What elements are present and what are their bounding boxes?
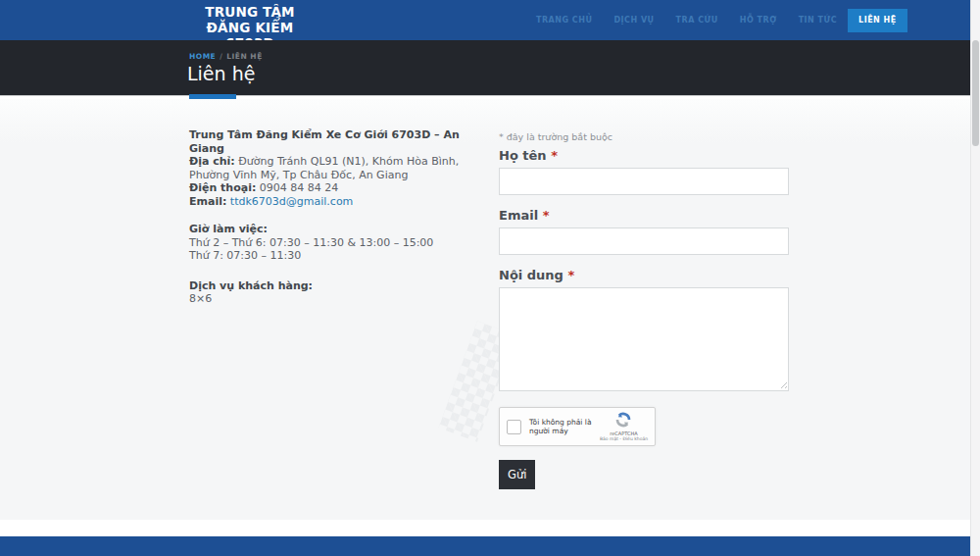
breadcrumb-separator: / [220,52,222,61]
hours-line-1: Thứ 2 – Thứ 6: 07:30 – 11:30 & 13:00 – 1… [189,236,475,250]
name-label-text: Họ tên [499,148,547,163]
recaptcha-label: Tôi không phải là người máy [529,418,596,436]
message-field-label: Nội dung * [499,268,789,282]
hours-label: Giờ làm việc: [189,223,475,236]
nav-item-tra-cuu[interactable]: TRA CỨU [665,0,729,40]
nav-item-lien-he[interactable]: LIÊN HỆ [848,9,907,32]
contact-info: Trung Tâm Đăng Kiểm Xe Cơ Giới 6703D – A… [189,128,475,306]
email-input[interactable] [499,227,789,255]
name-field-label: Họ tên * [499,148,789,163]
hours-line-2: Thứ 7: 07:30 – 11:30 [189,249,475,263]
message-textarea[interactable] [499,287,789,391]
phone-label: Điện thoại: [189,181,256,194]
nav-item-tin-tuc[interactable]: TIN TỨC [788,0,848,40]
required-note: * đây là trường bắt buộc [499,131,789,142]
main-nav: TRANG CHỦ DỊCH VỤ TRA CỨU HỖ TRỢ TIN TỨC… [525,0,907,40]
recaptcha-brand-label: reCAPTCHA [610,431,637,436]
nav-item-ho-tro[interactable]: HỖ TRỢ [729,0,788,40]
submit-button[interactable]: Gửi [499,460,535,489]
email-label-text: Email [499,208,538,223]
name-required-asterisk: * [551,148,558,163]
email-link[interactable]: ttdk6703d@gmail.com [230,195,354,208]
nav-item-dich-vu[interactable]: DỊCH VỤ [603,0,664,40]
page-hero: HOME/LIÊN HỆ Liên hệ [0,40,970,95]
phone-line: Điện thoại: 0904 84 84 24 [189,181,475,195]
recaptcha-brand: reCAPTCHA Bảo mật - Điều khoản [600,412,648,442]
scrollbar[interactable] [970,0,980,556]
message-textarea-wrap [499,287,789,391]
customer-service-value: 8×6 [189,292,475,306]
customer-service-label: Dịch vụ khách hàng: [189,279,475,293]
spacer [189,263,475,279]
email-required-asterisk: * [543,208,550,223]
recaptcha-checkbox[interactable] [507,420,521,434]
breadcrumb: HOME/LIÊN HỆ [189,52,263,61]
breadcrumb-current: LIÊN HỆ [226,52,262,61]
message-label-text: Nội dung [499,268,564,282]
address-line: Địa chỉ: Đường Tránh QL91 (N1), Khóm Hòa… [189,155,475,181]
phone-value: 0904 84 84 24 [260,181,338,194]
logo-line-1: TRUNG TÂM [184,4,316,20]
site-footer [0,536,980,556]
recaptcha-icon [615,412,631,430]
recaptcha-terms-link[interactable]: Bảo mật - Điều khoản [600,437,648,442]
nav-item-trang-chu[interactable]: TRANG CHỦ [525,0,603,40]
recaptcha-widget: Tôi không phải là người máy reCAPTCHA Bả… [499,407,656,446]
message-required-asterisk: * [567,268,574,282]
page-title: Liên hệ [187,63,255,84]
main-content [0,99,970,520]
scrollbar-thumb[interactable] [972,40,979,146]
contact-form: * đây là trường bắt buộc Họ tên * Email … [499,131,789,489]
breadcrumb-home-link[interactable]: HOME [189,52,216,61]
name-input[interactable] [499,168,789,195]
email-line: Email: ttdk6703d@gmail.com [189,195,475,209]
org-name: Trung Tâm Đăng Kiểm Xe Cơ Giới 6703D – A… [189,128,475,155]
email-field-label: Email * [499,208,789,223]
site-header: TRUNG TÂM ĐĂNG KIỂM 6703D TRANG CHỦ DỊCH… [0,0,970,40]
address-label: Địa chỉ: [189,155,235,168]
email-label: Email: [189,195,226,208]
contact-page: TRUNG TÂM ĐĂNG KIỂM 6703D TRANG CHỦ DỊCH… [0,0,980,556]
spacer [189,208,475,223]
